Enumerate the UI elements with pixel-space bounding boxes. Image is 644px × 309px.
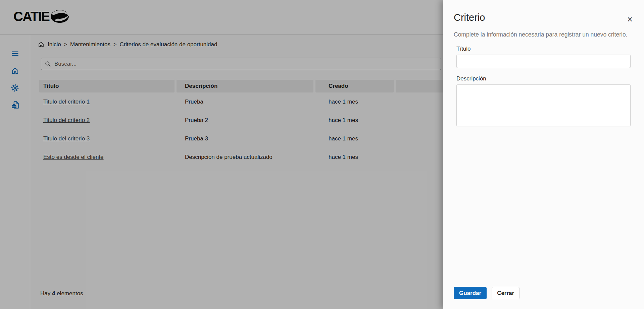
drawer-title: Criterio [454, 12, 633, 23]
drawer-subtitle: Complete la información necesaria para r… [454, 31, 633, 38]
close-icon[interactable]: × [625, 14, 635, 25]
titulo-label: Título [456, 46, 631, 52]
drawer-footer: Guardar Cerrar [454, 287, 519, 299]
titulo-input[interactable] [456, 55, 631, 68]
save-button[interactable]: Guardar [454, 287, 487, 299]
titulo-field-group: Título [456, 46, 631, 68]
descripcion-textarea[interactable] [456, 84, 631, 126]
criterio-drawer: Criterio × Complete la información neces… [443, 0, 644, 309]
descripcion-field-group: Descripción [456, 75, 631, 126]
cerrar-button[interactable]: Cerrar [492, 287, 519, 299]
descripcion-label: Descripción [456, 75, 631, 82]
